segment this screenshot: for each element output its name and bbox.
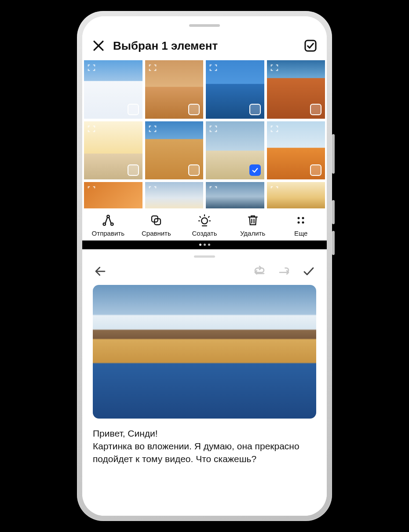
- thumb-checkbox[interactable]: [310, 164, 321, 176]
- drag-handle[interactable]: [194, 255, 215, 258]
- svg-point-22: [302, 221, 304, 223]
- live-icon: [208, 185, 218, 194]
- svg-line-12: [200, 216, 201, 217]
- confirm-button[interactable]: [301, 264, 316, 279]
- thumb-checkbox[interactable]: [128, 104, 139, 115]
- photo-thumb[interactable]: [145, 182, 204, 208]
- photo-thumb[interactable]: [206, 60, 264, 119]
- photo-grid: [82, 60, 327, 179]
- send-button[interactable]: Отправить: [84, 214, 132, 237]
- thumb-checkbox[interactable]: [188, 164, 200, 176]
- thumb-checkbox[interactable]: [310, 104, 321, 115]
- svg-line-13: [208, 216, 209, 217]
- live-icon: [270, 124, 279, 134]
- thumb-checkbox[interactable]: [249, 164, 261, 176]
- compose-toolbar: [93, 264, 316, 279]
- svg-line-6: [105, 217, 107, 223]
- phone-screen: Выбран 1 элемент: [82, 16, 327, 516]
- thumb-checkbox[interactable]: [188, 104, 200, 115]
- live-icon: [148, 124, 157, 134]
- photo-thumb[interactable]: [267, 182, 325, 208]
- compare-button[interactable]: Сравнить: [132, 214, 181, 237]
- create-button[interactable]: Создать: [180, 214, 229, 237]
- photo-thumb[interactable]: [206, 182, 264, 208]
- gallery-toolbar: Отправить Сравнить Создать: [82, 208, 327, 240]
- split-view-divider[interactable]: [82, 240, 327, 249]
- photo-thumb[interactable]: [84, 182, 142, 208]
- photo-thumb[interactable]: [267, 121, 325, 180]
- live-icon: [270, 185, 279, 194]
- compose-app: Привет, Синди! Картинка во вложении. Я д…: [82, 249, 327, 516]
- delete-label: Удалить: [240, 230, 265, 237]
- photo-grid-row3: [82, 182, 327, 208]
- live-icon: [208, 124, 218, 134]
- live-icon: [87, 185, 96, 194]
- compose-line: Картинка во вложении. Я думаю, она прекр…: [93, 440, 316, 466]
- compose-text[interactable]: Привет, Синди! Картинка во вложении. Я д…: [93, 427, 316, 466]
- svg-point-20: [302, 217, 304, 219]
- photo-thumb[interactable]: [267, 60, 325, 119]
- phone-side-button: [332, 231, 335, 255]
- svg-point-21: [298, 221, 300, 223]
- attachment-image[interactable]: [93, 285, 316, 419]
- thumb-checkbox[interactable]: [249, 104, 261, 115]
- close-button[interactable]: [91, 38, 106, 53]
- photo-thumb[interactable]: [84, 60, 142, 119]
- thumb-checkbox[interactable]: [128, 164, 139, 176]
- live-icon: [148, 185, 157, 194]
- back-button[interactable]: [93, 264, 108, 279]
- svg-rect-2: [305, 40, 316, 51]
- delete-button[interactable]: Удалить: [229, 214, 277, 237]
- phone-side-button: [332, 200, 335, 224]
- phone-frame: Выбран 1 элемент: [77, 11, 332, 521]
- compose-line: Привет, Синди!: [93, 427, 316, 440]
- selection-title: Выбран 1 элемент: [113, 39, 296, 53]
- svg-point-19: [298, 217, 300, 219]
- svg-line-7: [109, 217, 111, 223]
- live-icon: [87, 63, 96, 73]
- phone-side-button: [332, 134, 335, 174]
- create-label: Создать: [192, 230, 217, 237]
- more-label: Еще: [294, 230, 308, 237]
- phone-speaker: [189, 24, 220, 27]
- more-button[interactable]: Еще: [277, 214, 325, 237]
- svg-point-10: [201, 218, 208, 224]
- photo-thumb[interactable]: [206, 121, 264, 180]
- send-label: Отправить: [92, 230, 124, 237]
- redo-button[interactable]: [277, 264, 292, 279]
- live-icon: [208, 63, 218, 73]
- photo-thumb[interactable]: [145, 60, 204, 119]
- undo-button[interactable]: [252, 264, 267, 279]
- photo-thumb[interactable]: [84, 121, 142, 180]
- select-all-button[interactable]: [303, 38, 318, 53]
- live-icon: [87, 124, 96, 134]
- live-icon: [148, 63, 157, 73]
- gallery-topbar: Выбран 1 элемент: [82, 34, 327, 60]
- photo-thumb[interactable]: [145, 121, 204, 180]
- live-icon: [270, 63, 279, 73]
- compare-label: Сравнить: [142, 230, 171, 237]
- gallery-app: Выбран 1 элемент: [82, 16, 327, 240]
